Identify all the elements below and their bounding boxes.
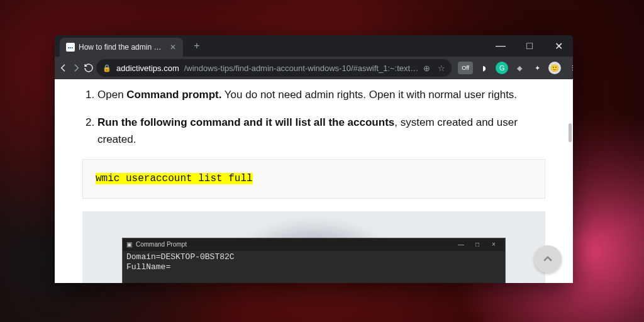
chrome-menu-icon[interactable]: ⋮ [566, 62, 573, 74]
favicon-icon: ••• [66, 43, 75, 52]
omnibox[interactable]: 🔒 addictivetips.com/windows-tips/find-ad… [96, 59, 452, 77]
minimize-button[interactable]: — [486, 35, 515, 57]
ext-off-badge-icon[interactable]: Off [458, 62, 473, 74]
cmd-icon: ▣ [126, 240, 132, 250]
step-2: Run the following command and it will li… [97, 114, 545, 148]
address-bar: 🔒 addictivetips.com/windows-tips/find-ad… [55, 57, 573, 79]
url-host: addictivetips.com [116, 64, 179, 73]
profile-avatar[interactable]: 🙂 [548, 62, 561, 74]
browser-tab[interactable]: ••• How to find the admin account o ✕ [60, 38, 183, 57]
code-block[interactable]: wmic useraccount list full [82, 159, 545, 199]
cmd-min-icon: — [453, 240, 469, 250]
bookmark-star-icon[interactable]: ☆ [438, 64, 445, 73]
tab-close-icon[interactable]: ✕ [168, 42, 178, 52]
cmd-title-text: Command Prompt [136, 240, 187, 250]
cmd-line-1: Domain=DESKTOP-0BST82C [126, 252, 501, 262]
maximize-button[interactable]: □ [515, 35, 544, 57]
cmd-titlebar: ▣ Command Prompt — □ × [123, 238, 505, 251]
forward-button[interactable] [71, 59, 81, 77]
ext-generic-icon[interactable]: ◆ [513, 62, 526, 74]
cmd-window: ▣ Command Prompt — □ × Domain=DESKTOP-0B… [122, 238, 506, 283]
code-text: wmic useraccount list full [96, 173, 253, 184]
zoom-icon[interactable]: ⊕ [423, 64, 430, 73]
cmd-max-icon: □ [470, 240, 485, 250]
tab-title: How to find the admin account o [79, 43, 164, 52]
step2-bold: Run the following command and it will li… [97, 116, 394, 128]
chrome-window: ••• How to find the admin account o ✕ + … [55, 35, 573, 283]
scrollbar-thumb[interactable] [569, 123, 572, 142]
step1-rest: You do not need admin rights. Open it wi… [221, 89, 517, 101]
back-button[interactable] [58, 59, 69, 77]
ext-pocket-icon[interactable]: ◗ [478, 62, 491, 74]
step1-bold: Command prompt. [126, 89, 221, 101]
page-content: Open Command prompt. You do not need adm… [55, 79, 573, 283]
cmd-close-icon: × [486, 240, 501, 250]
reload-button[interactable] [84, 59, 94, 77]
extensions-row: Off ◗ G ◆ ✦ 🙂 ⋮ [454, 62, 573, 74]
ext-grammarly-icon[interactable]: G [496, 62, 508, 74]
titlebar: ••• How to find the admin account o ✕ + … [55, 35, 573, 57]
step-1: Open Command prompt. You do not need adm… [97, 87, 545, 103]
cmd-line-2: FullName= [126, 262, 501, 272]
scroll-to-top-button[interactable] [534, 245, 562, 273]
url-path: /windows-tips/find-admin-account-windows… [184, 64, 418, 73]
lock-icon: 🔒 [103, 64, 111, 72]
extensions-puzzle-icon[interactable]: ✦ [531, 62, 543, 74]
step1-prefix: Open [97, 89, 126, 101]
article-body: Open Command prompt. You do not need adm… [55, 79, 573, 283]
close-window-button[interactable]: ✕ [544, 35, 573, 57]
window-controls: — □ ✕ [486, 35, 573, 57]
cmd-output: Domain=DESKTOP-0BST82C FullName= [123, 251, 505, 274]
new-tab-button[interactable]: + [189, 38, 204, 53]
embedded-screenshot: ▣ Command Prompt — □ × Domain=DESKTOP-0B… [82, 211, 545, 283]
